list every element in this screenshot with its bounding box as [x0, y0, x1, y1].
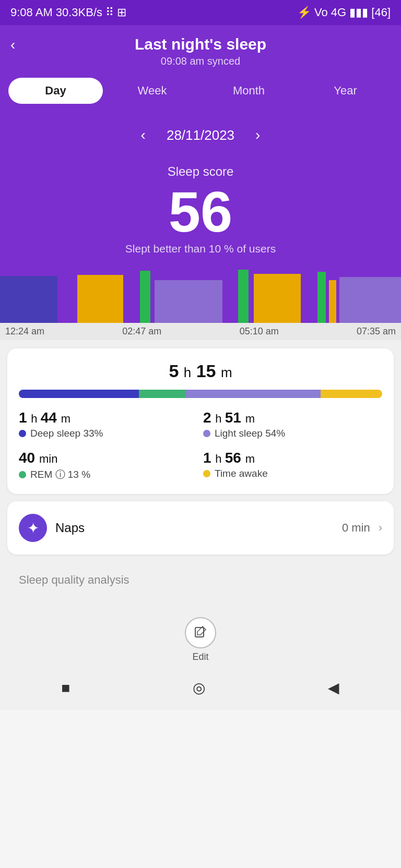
time-awake-stat: 1 h 56 m Time awake — [203, 450, 382, 481]
edit-label: Edit — [192, 652, 208, 662]
status-time: 9:08 AM — [10, 6, 53, 19]
deep-sleep-bar — [19, 390, 139, 398]
time-awake-label: Time awake — [203, 468, 382, 479]
header: ‹ Last night's sleep 09:08 am synced Day… — [0, 25, 401, 266]
svg-rect-3 — [77, 275, 123, 323]
tab-year[interactable]: Year — [298, 78, 393, 104]
sleep-score-desc: Slept better than 10 % of users — [0, 243, 401, 266]
sleep-chart — [0, 266, 401, 323]
edit-button[interactable] — [185, 617, 216, 648]
svg-rect-9 — [254, 274, 301, 323]
status-bar: 9:08 AM 30.3KB/s ⠿ ⊞ ⚡ Vo 4G ▮▮▮ [46] — [0, 0, 401, 25]
svg-rect-7 — [227, 266, 235, 323]
cards-area: 5 h 15 m 1 h 44 m — [0, 340, 401, 607]
nav-back-button[interactable]: ◀ — [328, 679, 339, 696]
tab-week[interactable]: Week — [105, 78, 199, 104]
status-right: ⚡ Vo 4G ▮▮▮ [46] — [297, 6, 391, 19]
bluetooth-icon: ⚡ — [297, 6, 311, 19]
light-sleep-bar — [186, 390, 321, 398]
chart-timeline: 12:24 am 02:47 am 05:10 am 07:35 am — [0, 323, 401, 340]
svg-rect-5 — [140, 271, 150, 323]
light-sleep-stat: 2 h 51 m Light sleep 54% — [203, 409, 382, 439]
status-speed: 30.3KB/s — [56, 6, 102, 19]
prev-date-button[interactable]: ‹ — [136, 125, 151, 146]
timeline-t2: 02:47 am — [122, 326, 161, 337]
deep-sleep-value: 1 h 44 m — [19, 409, 198, 426]
rem-sleep-value: 40 min — [19, 450, 198, 466]
sleep-score-value: 56 — [0, 183, 401, 240]
total-sleep-time: 5 h 15 m — [19, 361, 382, 381]
svg-rect-12 — [329, 280, 336, 323]
quality-label: Sleep quality analysis — [19, 573, 129, 586]
svg-rect-4 — [128, 266, 137, 323]
deep-sleep-label: Deep sleep 33% — [19, 428, 198, 439]
nav-home-button[interactable]: ◎ — [193, 679, 205, 696]
timeline-t4: 07:35 am — [357, 326, 396, 337]
svg-rect-8 — [238, 270, 249, 323]
naps-value: 0 min — [342, 521, 370, 535]
sleep-progress-bar — [19, 390, 382, 398]
bottom-edit-area: Edit — [0, 607, 401, 670]
timeline-t3: 05:10 am — [240, 326, 279, 337]
status-left: 9:08 AM 30.3KB/s ⠿ ⊞ — [10, 6, 126, 19]
naps-card[interactable]: ✦ Naps 0 min › — [7, 501, 394, 554]
sleep-score-label: Sleep score — [0, 164, 401, 179]
rem-sleep-stat: 40 min REM ⓘ 13 % — [19, 450, 198, 481]
time-awake-value: 1 h 56 m — [203, 450, 382, 466]
svg-rect-13 — [339, 277, 401, 323]
light-sleep-value: 2 h 51 m — [203, 409, 382, 426]
svg-rect-6 — [155, 280, 222, 323]
status-icons: ⠿ ⊞ — [105, 6, 126, 19]
rem-sleep-bar — [139, 390, 186, 398]
tab-day[interactable]: Day — [8, 78, 103, 104]
total-sleep-card: 5 h 15 m 1 h 44 m — [7, 348, 394, 494]
signal-icon: Vo 4G ▮▮▮ — [314, 6, 368, 19]
deep-sleep-stat: 1 h 44 m Deep sleep 33% — [19, 409, 198, 439]
naps-card-inner: ✦ Naps 0 min › — [19, 514, 382, 542]
date-nav: ‹ 28/11/2023 › — [0, 112, 401, 154]
back-button[interactable]: ‹ — [10, 37, 15, 53]
next-date-button[interactable]: › — [250, 125, 265, 146]
timeline-t1: 12:24 am — [5, 326, 44, 337]
battery-icon: [46] — [371, 6, 391, 19]
current-date: 28/11/2023 — [167, 127, 234, 143]
sleep-stats-grid: 1 h 44 m Deep sleep 33% 2 h 51 m — [19, 409, 382, 481]
sleep-score-section: Sleep score 56 Slept better than 10 % of… — [0, 154, 401, 266]
naps-arrow-icon: › — [379, 521, 382, 535]
svg-rect-10 — [305, 266, 313, 323]
svg-rect-1 — [0, 276, 57, 323]
svg-rect-14 — [195, 628, 204, 637]
tab-bar: Day Week Month Year — [0, 67, 401, 112]
awake-bar — [321, 390, 382, 398]
svg-rect-11 — [317, 272, 326, 323]
naps-label: Naps — [55, 521, 334, 535]
page-title: Last night's sleep — [0, 35, 401, 53]
tab-month[interactable]: Month — [202, 78, 296, 104]
svg-rect-2 — [63, 266, 72, 323]
nav-stop-button[interactable]: ■ — [62, 680, 70, 696]
sleep-quality-card: Sleep quality analysis — [7, 562, 394, 598]
sync-status: 09:08 am synced — [0, 55, 401, 67]
light-sleep-label: Light sleep 54% — [203, 428, 382, 439]
system-nav-bar: ■ ◎ ◀ — [0, 670, 401, 710]
naps-icon: ✦ — [19, 514, 47, 542]
rem-sleep-label: REM ⓘ 13 % — [19, 468, 198, 481]
